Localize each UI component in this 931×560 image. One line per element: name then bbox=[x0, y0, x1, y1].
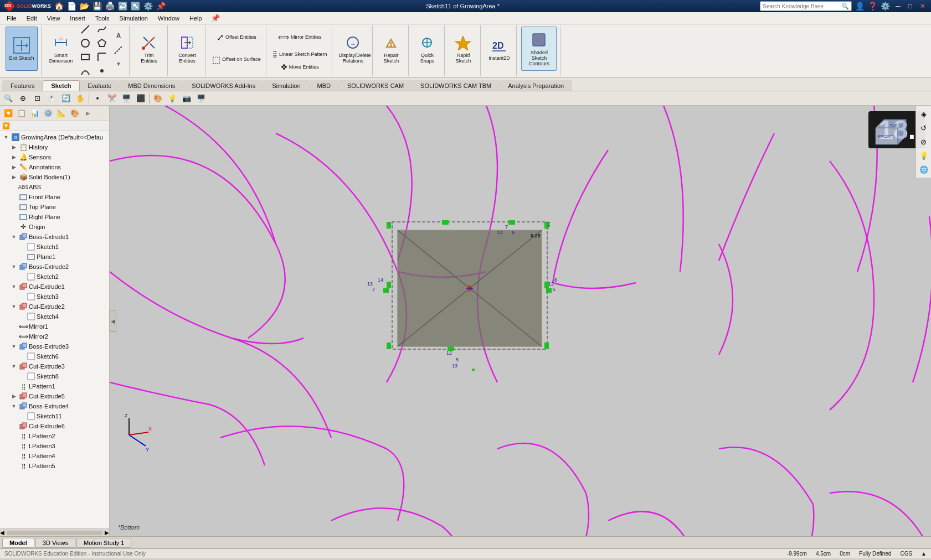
feature-manager-icon[interactable]: 📋 bbox=[16, 107, 28, 120]
tree-item-origin[interactable]: ✛ Origin bbox=[0, 222, 109, 232]
offset-entities-button[interactable]: ⤢ Offset Entities bbox=[215, 27, 258, 48]
tab-features[interactable]: Features bbox=[2, 80, 43, 91]
tree-item-boss-extrude4[interactable]: ▼ Boss-Extrude4 bbox=[0, 401, 109, 411]
bottom-tab-model[interactable]: Model bbox=[2, 538, 34, 548]
smart-dimension-button[interactable]: ∅ Smart Dimension bbox=[46, 27, 76, 71]
search-input[interactable] bbox=[763, 3, 840, 9]
view-tb-btn-2[interactable]: ⊕ bbox=[17, 92, 29, 105]
tab-analysis-prep[interactable]: Analysis Preparation bbox=[500, 80, 572, 91]
view-tb-btn-select[interactable]: 🖱️ bbox=[45, 92, 58, 105]
menu-file[interactable]: File bbox=[2, 14, 21, 23]
circle-button[interactable] bbox=[78, 37, 92, 50]
tree-item-boss-extrude3[interactable]: ▼ Boss-Extrude3 bbox=[0, 341, 109, 351]
rectangle-button[interactable] bbox=[78, 50, 92, 64]
convert-entities-button[interactable]: Convert Entities bbox=[172, 27, 202, 71]
menu-edit[interactable]: Edit bbox=[22, 14, 42, 23]
tree-item-mirror2[interactable]: ⟺ Mirror2 bbox=[0, 331, 109, 341]
sketch-fillet-button[interactable] bbox=[95, 50, 109, 64]
sensors-expand[interactable]: ▶ bbox=[10, 153, 18, 161]
bottom-tab-3d-views[interactable]: 3D Views bbox=[35, 538, 75, 548]
help-icon[interactable]: ❓ bbox=[868, 2, 877, 11]
search-icon[interactable]: 🔍 bbox=[841, 3, 849, 10]
view-tb-btn-1[interactable]: 🔍 bbox=[2, 92, 14, 105]
menu-help[interactable]: Help bbox=[185, 14, 207, 23]
configuration-manager-icon[interactable]: ⚙️ bbox=[42, 107, 54, 120]
trim-entities-button[interactable]: Trim Entities bbox=[134, 27, 164, 71]
view-tb-btn-lights[interactable]: 💡 bbox=[166, 92, 178, 105]
status-arrow-up[interactable]: ▲ bbox=[921, 551, 927, 557]
tree-item-lpattern1[interactable]: ⣿ LPattern1 bbox=[0, 381, 109, 391]
rvt-rotate[interactable]: ↺ bbox=[918, 122, 930, 134]
mirror-entities-button[interactable]: ⟺ Mirror Entities bbox=[276, 27, 323, 48]
filter-icon[interactable]: 🔽 bbox=[2, 107, 14, 120]
tree-item-plane1[interactable]: Plane1 bbox=[0, 252, 109, 262]
rapid-sketch-button[interactable]: Rapid Sketch bbox=[449, 27, 477, 71]
shaded-sketch-button[interactable]: Shaded Sketch Contours bbox=[521, 27, 557, 71]
view-tb-btn-display[interactable]: 🖥️ bbox=[120, 92, 132, 105]
tree-item-sketch2[interactable]: Sketch2 bbox=[0, 272, 109, 282]
solid-bodies-expand[interactable]: ▶ bbox=[10, 173, 18, 181]
tree-item-cut-extrude3[interactable]: ▼ Cut-Extrude3 bbox=[0, 361, 109, 371]
new-icon[interactable]: 📄 bbox=[67, 2, 76, 11]
spline-button[interactable] bbox=[95, 23, 109, 36]
rvt-scene[interactable]: 🌐 bbox=[918, 163, 930, 175]
menu-view[interactable]: View bbox=[43, 14, 65, 23]
tree-item-right-plane[interactable]: Right Plane bbox=[0, 212, 109, 222]
dim-expert-icon[interactable]: 📐 bbox=[55, 107, 68, 120]
display-delete-button[interactable]: ⊥ Display/Delete Relations bbox=[337, 27, 369, 71]
pin-icon[interactable]: 📌 bbox=[156, 2, 166, 11]
tab-mbd-dimensions[interactable]: MBD Dimensions bbox=[120, 80, 183, 91]
history-expand[interactable]: ▶ bbox=[10, 143, 18, 151]
boss-extrude1-expand[interactable]: ▼ bbox=[10, 233, 18, 241]
root-expand[interactable]: ▼ bbox=[2, 133, 10, 141]
menu-simulation[interactable]: Simulation bbox=[115, 14, 152, 23]
pointer-icon[interactable]: ↖️ bbox=[131, 2, 140, 11]
scroll-right-icon[interactable]: ▶ bbox=[105, 530, 109, 536]
tab-mbd[interactable]: MBD bbox=[309, 80, 339, 91]
rvt-light[interactable]: 💡 bbox=[918, 149, 930, 162]
tree-item-lpattern3[interactable]: ⣿ LPattern3 bbox=[0, 441, 109, 451]
line-button[interactable] bbox=[78, 23, 92, 36]
menu-tools[interactable]: Tools bbox=[91, 14, 114, 23]
view-tb-btn-clip[interactable]: ✂️ bbox=[106, 92, 118, 105]
linear-pattern-button[interactable]: ⣿ Linear Sketch Pattern bbox=[271, 49, 329, 60]
tree-item-sketch3[interactable]: Sketch3 bbox=[0, 292, 109, 302]
view-tb-btn-3d[interactable]: ⬛ bbox=[135, 92, 147, 105]
minimize-button[interactable]: ─ bbox=[893, 2, 903, 10]
tree-item-cut-extrude6[interactable]: Cut-Extrude6 bbox=[0, 421, 109, 431]
appearance-icon[interactable]: 🎨 bbox=[69, 107, 81, 120]
view-tb-btn-camera[interactable]: 📷 bbox=[181, 92, 193, 105]
text-button[interactable]: A bbox=[111, 29, 126, 43]
property-manager-icon[interactable]: 📊 bbox=[29, 107, 41, 120]
tab-evaluate[interactable]: Evaluate bbox=[80, 80, 120, 91]
boss-extrude3-expand[interactable]: ▼ bbox=[10, 343, 18, 350]
offset-surface-button[interactable]: ⬚ Offset on Surface bbox=[210, 49, 263, 70]
boss-extrude2-expand[interactable]: ▼ bbox=[10, 263, 18, 271]
quick-snaps-button[interactable]: Quick Snaps bbox=[413, 27, 441, 71]
tree-item-sketch4[interactable]: Sketch4 bbox=[0, 312, 109, 322]
tree-item-sketch6[interactable]: Sketch6 bbox=[0, 351, 109, 361]
tree-item-solid-bodies[interactable]: ▶ 📦 Solid Bodies(1) bbox=[0, 172, 109, 182]
open-icon[interactable]: 📂 bbox=[80, 2, 89, 11]
tree-item-lpattern2[interactable]: ⣿ LPattern2 bbox=[0, 431, 109, 441]
scroll-left-icon[interactable]: ◀ bbox=[0, 530, 4, 536]
canvas-area[interactable]: 7 14 6 0.25 13 7 14 12 5 6 12 5 13 ■ ↕ bbox=[110, 106, 931, 536]
rvt-appearance[interactable]: ◈ bbox=[918, 108, 930, 120]
tree-item-history[interactable]: ▶ 📋 History bbox=[0, 142, 109, 152]
menu-insert[interactable]: Insert bbox=[65, 14, 90, 23]
move-entities-button[interactable]: ✥ Move Entities bbox=[279, 61, 321, 73]
print-icon[interactable]: 🖨️ bbox=[105, 2, 115, 11]
construction-button[interactable] bbox=[111, 43, 126, 56]
more-tools-button[interactable]: ▼ bbox=[111, 57, 126, 70]
instant2d-button[interactable]: 2D Instant2D bbox=[485, 27, 513, 71]
undo-icon[interactable]: ↩️ bbox=[118, 2, 127, 11]
view-cube[interactable]: FRONT TOP bbox=[865, 111, 909, 155]
arc-button[interactable] bbox=[78, 64, 92, 77]
menu-window[interactable]: Window bbox=[153, 14, 184, 23]
view-tb-btn-pan[interactable]: ✋ bbox=[74, 92, 86, 105]
tab-sketch[interactable]: Sketch bbox=[43, 80, 79, 91]
window-options-icon[interactable]: ⚙️ bbox=[881, 2, 890, 11]
view-tb-btn-section[interactable]: ▪ bbox=[91, 92, 104, 105]
tree-item-annotations[interactable]: ▶ ✏️ Annotations bbox=[0, 162, 109, 172]
rvt-section[interactable]: ⊘ bbox=[918, 136, 930, 148]
